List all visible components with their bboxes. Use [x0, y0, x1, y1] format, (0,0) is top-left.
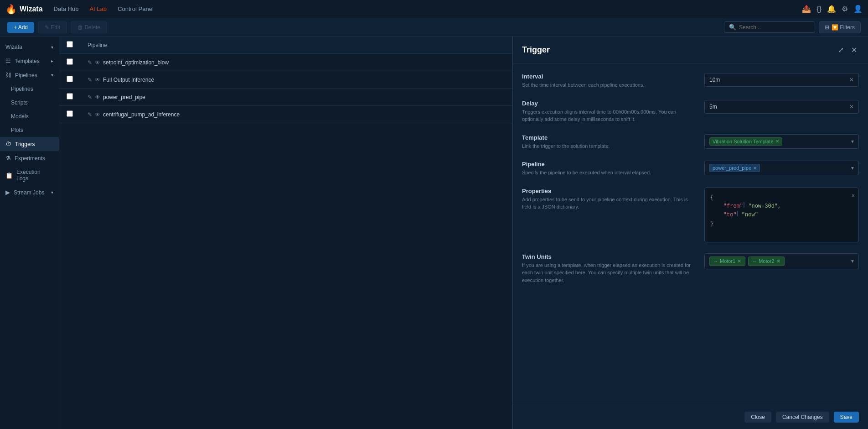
filter-icon: ⊞ — [825, 24, 829, 31]
panel-body: Interval Set the time interval between e… — [513, 64, 868, 405]
templates-icon: ☰ — [5, 58, 11, 64]
interval-label-group: Interval Set the time interval between e… — [522, 73, 695, 89]
code-editor-close-icon[interactable]: ✕ — [852, 192, 855, 200]
sidebar-item-execution-logs[interactable]: 📋 Execution Logs — [0, 165, 59, 185]
cancel-changes-button[interactable]: Cancel Changes — [776, 412, 829, 423]
logo-flame-icon: 🔥 — [5, 4, 17, 15]
settings-icon[interactable]: ⚙ — [842, 5, 848, 13]
filters-button[interactable]: ⊞ 🔽 Filters — [819, 21, 861, 33]
interval-clear-icon[interactable]: ✕ — [849, 77, 854, 83]
edit-row-icon[interactable]: ✎ — [88, 94, 92, 100]
search-icon: 🔍 — [729, 24, 736, 31]
edit-row-icon[interactable]: ✎ — [88, 59, 92, 66]
delay-clear-icon[interactable]: ✕ — [849, 104, 854, 110]
row-actions: ✎ 👁 setpoint_optimization_blow — [88, 59, 504, 66]
delete-button[interactable]: 🗑 Delete — [71, 21, 107, 33]
pipeline-select[interactable]: power_pred_pipe ✕ ▾ — [704, 161, 859, 175]
properties-editor[interactable]: ✕ { "from" "now-30d", "to" "now" } — [704, 188, 859, 242]
add-button[interactable]: + Add — [7, 22, 34, 33]
pipeline-tag: power_pred_pipe ✕ — [709, 164, 760, 172]
models-label: Models — [11, 113, 29, 120]
row-checkbox[interactable] — [67, 58, 73, 65]
template-select[interactable]: Vibration Solution Template ✕ ▾ — [704, 134, 859, 149]
search-box[interactable]: 🔍 — [724, 21, 815, 33]
delay-row: Delay Triggers execution aligns interval… — [522, 100, 859, 123]
properties-desc: Add properties to be send to your pipeli… — [522, 196, 695, 211]
sidebar-item-pipelines-sub[interactable]: Pipelines — [0, 82, 59, 96]
motor2-remove-icon[interactable]: ✕ — [776, 258, 780, 264]
sidebar-item-experiments[interactable]: ⚗ Experiments — [0, 151, 59, 165]
delay-label: Delay — [522, 100, 695, 107]
sidebar-item-stream-jobs[interactable]: ▶ Stream Jobs ▾ — [0, 185, 59, 199]
nav-links: Data Hub AI Lab Control Panel — [54, 4, 154, 14]
delay-input[interactable] — [709, 104, 849, 110]
motor1-remove-icon[interactable]: ✕ — [737, 258, 741, 264]
save-button[interactable]: Save — [834, 412, 859, 423]
close-panel-button[interactable]: ✕ — [849, 44, 859, 56]
twin-units-label-group: Twin Units If you are using a template, … — [522, 253, 695, 284]
user-icon[interactable]: 👤 — [853, 5, 863, 13]
bell-icon[interactable]: 🔔 — [827, 5, 836, 13]
pipeline-tag-label: power_pred_pipe — [713, 165, 751, 171]
stream-jobs-icon: ▶ — [5, 189, 10, 196]
select-all-checkbox[interactable] — [67, 41, 73, 47]
twin-unit-motor1: Motor1 ✕ — [709, 256, 745, 266]
row-checkbox[interactable] — [67, 110, 73, 117]
search-input[interactable] — [739, 24, 803, 31]
expand-panel-button[interactable]: ⤢ — [836, 44, 846, 56]
interval-input[interactable] — [709, 77, 849, 83]
scripts-label: Scripts — [11, 99, 28, 106]
delay-label-group: Delay Triggers execution aligns interval… — [522, 100, 695, 123]
row-checkbox[interactable] — [67, 93, 73, 99]
sidebar-item-models[interactable]: Models — [0, 110, 59, 123]
twin-units-control: Motor1 ✕ Motor2 ✕ ▾ — [704, 253, 859, 269]
top-nav: 🔥 Wizata Data Hub AI Lab Control Panel 📤… — [0, 0, 868, 18]
interval-input-box[interactable]: ✕ — [704, 73, 859, 87]
upload-icon[interactable]: 📤 — [802, 5, 811, 13]
panel-header-actions: ⤢ ✕ — [836, 44, 859, 56]
edit-row-icon[interactable]: ✎ — [88, 77, 92, 83]
sidebar-item-triggers[interactable]: ⏱ Triggers — [0, 137, 59, 151]
eye-row-icon[interactable]: 👁 — [95, 77, 100, 83]
twin-units-row: Twin Units If you are using a template, … — [522, 253, 859, 284]
delay-control: ✕ — [704, 100, 859, 114]
stream-jobs-chevron-icon: ▾ — [51, 190, 53, 195]
app-logo[interactable]: 🔥 Wizata — [5, 4, 43, 15]
eye-row-icon[interactable]: 👁 — [95, 111, 100, 118]
delay-input-box[interactable]: ✕ — [704, 100, 859, 114]
row-checkbox[interactable] — [67, 76, 73, 82]
toolbar-right: 🔍 ⊞ 🔽 Filters — [724, 21, 861, 33]
properties-row: Properties Add properties to be send to … — [522, 188, 859, 242]
edit-button[interactable]: ✎ Edit — [38, 21, 67, 33]
close-button[interactable]: Close — [744, 412, 771, 423]
template-control: Vibration Solution Template ✕ ▾ — [704, 134, 859, 149]
properties-control: ✕ { "from" "now-30d", "to" "now" } — [704, 188, 859, 242]
nav-data-hub[interactable]: Data Hub — [54, 4, 79, 14]
eye-row-icon[interactable]: 👁 — [95, 94, 100, 100]
sidebar-item-scripts[interactable]: Scripts — [0, 96, 59, 110]
pipelines-chevron-icon: ▾ — [51, 73, 53, 78]
sidebar-item-plots[interactable]: Plots — [0, 123, 59, 137]
sidebar-item-pipelines[interactable]: ⛓ Pipelines ▾ — [0, 68, 59, 82]
eye-row-icon[interactable]: 👁 — [95, 59, 100, 66]
pipeline-name: power_pred_pipe — [103, 94, 145, 100]
pipeline-tag-remove[interactable]: ✕ — [753, 166, 757, 171]
toolbar: + Add ✎ Edit 🗑 Delete 🔍 ⊞ 🔽 Filters — [0, 18, 868, 37]
workspace-selector[interactable]: Wizata ▾ — [0, 40, 59, 54]
stream-jobs-label: Stream Jobs — [14, 189, 44, 196]
template-tag-remove[interactable]: ✕ — [775, 139, 779, 144]
properties-label-group: Properties Add properties to be send to … — [522, 188, 695, 211]
edit-row-icon[interactable]: ✎ — [88, 111, 92, 118]
main-content: Pipeline Template Tw... ✎ 👁 setpoint_opt… — [59, 37, 868, 429]
nav-ai-lab[interactable]: AI Lab — [89, 4, 107, 14]
interval-control: ✕ — [704, 73, 859, 87]
code-icon[interactable]: {} — [816, 5, 822, 13]
nav-control-panel[interactable]: Control Panel — [118, 4, 154, 14]
sidebar-item-templates[interactable]: ☰ Templates ▸ — [0, 54, 59, 68]
pipeline-label-group: Pipeline Specify the pipeline to be exec… — [522, 161, 695, 177]
pipelines-sub-label: Pipelines — [11, 86, 33, 92]
pipelines-label: Pipelines — [15, 72, 37, 78]
twin-units-desc: If you are using a template, when trigge… — [522, 262, 695, 284]
twin-units-select[interactable]: Motor1 ✕ Motor2 ✕ ▾ — [704, 253, 859, 269]
template-label: Template — [522, 134, 695, 141]
